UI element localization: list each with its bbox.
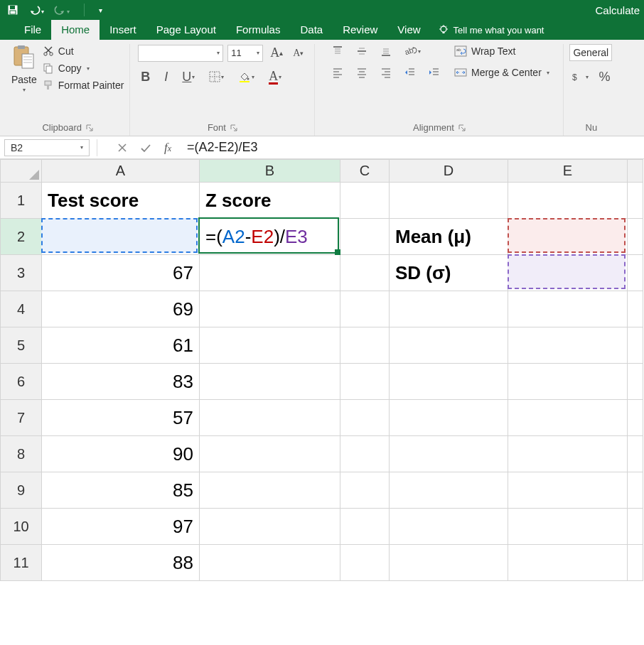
italic-button[interactable]: I (161, 68, 171, 86)
cell-E10[interactable] (508, 509, 628, 545)
cell-E6[interactable] (508, 364, 628, 400)
align-right-icon[interactable] (377, 65, 395, 80)
cell-C9[interactable] (340, 472, 390, 509)
row-header-10[interactable]: 10 (1, 509, 42, 545)
fill-color-button[interactable]: ▾ (235, 69, 257, 85)
cell-extra-7[interactable] (628, 400, 643, 436)
decrease-font-icon[interactable]: A▾ (290, 46, 306, 60)
cell-A2[interactable]: 72 (42, 219, 200, 255)
cell-C10[interactable] (340, 509, 390, 545)
column-header-d[interactable]: D (390, 160, 508, 183)
cell-A5[interactable]: 61 (42, 327, 200, 364)
dialog-launcher-icon[interactable] (230, 124, 237, 131)
tab-formulas[interactable]: Formulas (226, 20, 291, 40)
dialog-launcher-icon[interactable] (458, 124, 466, 131)
row-header-2[interactable]: 2 (1, 219, 42, 255)
column-header-e[interactable]: E (508, 160, 628, 183)
cell-C8[interactable] (340, 436, 390, 472)
cell-extra-3[interactable] (628, 255, 643, 291)
row-header-7[interactable]: 7 (1, 400, 42, 436)
number-format-box[interactable]: General (569, 44, 612, 61)
bold-button[interactable]: B (138, 68, 153, 86)
row-header-4[interactable]: 4 (1, 291, 42, 327)
tell-me-box[interactable]: Tell me what you want (431, 21, 550, 40)
insert-function-icon[interactable]: fx (164, 141, 171, 155)
cell-D4[interactable] (390, 291, 508, 327)
column-header-b[interactable]: B (200, 160, 340, 183)
cell-D3[interactable]: SD (σ) (390, 255, 508, 291)
cell-extra-9[interactable] (628, 472, 643, 509)
copy-button[interactable]: Copy ▾ (43, 61, 124, 75)
formula-bar-input[interactable]: =(A2-E2)/E3 (184, 140, 644, 155)
row-header-5[interactable]: 5 (1, 327, 42, 364)
align-bottom-icon[interactable] (377, 44, 395, 58)
cell-A10[interactable]: 97 (42, 509, 200, 545)
column-header-extra[interactable] (628, 160, 643, 183)
row-header-9[interactable]: 9 (1, 472, 42, 509)
cell-D10[interactable] (390, 509, 508, 545)
tab-home[interactable]: Home (51, 20, 100, 40)
tab-page-layout[interactable]: Page Layout (146, 20, 226, 40)
enter-formula-icon[interactable] (140, 143, 151, 153)
dialog-launcher-icon[interactable] (86, 124, 93, 131)
cell-E3[interactable]: 13.478 (508, 255, 628, 291)
format-painter-button[interactable]: Format Painter (43, 78, 124, 92)
tab-review[interactable]: Review (333, 20, 387, 40)
borders-button[interactable]: ▾ (206, 70, 227, 84)
cell-B10[interactable] (200, 509, 340, 545)
font-name-box[interactable]: ▾ (138, 45, 223, 62)
qat-customize-icon[interactable]: ▾ (99, 6, 102, 14)
save-icon[interactable] (7, 4, 18, 16)
cell-D7[interactable] (390, 400, 508, 436)
cell-C4[interactable] (340, 291, 390, 327)
tab-insert[interactable]: Insert (100, 20, 146, 40)
cell-D1[interactable] (390, 183, 508, 219)
font-color-button[interactable]: A▾ (266, 67, 284, 86)
cut-button[interactable]: Cut (43, 44, 124, 58)
cell-extra-1[interactable] (628, 183, 643, 219)
cell-C1[interactable] (340, 183, 390, 219)
accounting-format-icon[interactable]: $▾ (569, 70, 591, 85)
row-header-8[interactable]: 8 (1, 436, 42, 472)
cell-B8[interactable] (200, 436, 340, 472)
align-middle-icon[interactable] (353, 44, 370, 58)
row-header-1[interactable]: 1 (1, 183, 42, 219)
cell-E8[interactable] (508, 436, 628, 472)
orientation-icon[interactable]: ab▾ (402, 44, 424, 58)
cell-C7[interactable] (340, 400, 390, 436)
align-top-icon[interactable] (329, 44, 346, 58)
spreadsheet-grid[interactable]: ABCDE 1Test scoreZ score272=(A2-E2)/E3Me… (0, 159, 644, 581)
cell-D9[interactable] (390, 472, 508, 509)
row-header-3[interactable]: 3 (1, 255, 42, 291)
cell-B11[interactable] (200, 545, 340, 581)
cell-B4[interactable] (200, 291, 340, 327)
cell-E9[interactable] (508, 472, 628, 509)
cell-A3[interactable]: 67 (42, 255, 200, 291)
cell-B3[interactable] (200, 255, 340, 291)
cell-D11[interactable] (390, 545, 508, 581)
paste-button[interactable]: Paste ▾ (11, 44, 37, 93)
cell-A4[interactable]: 69 (42, 291, 200, 327)
tab-file[interactable]: File (14, 20, 51, 40)
column-header-c[interactable]: C (340, 160, 390, 183)
undo-icon[interactable]: ▾ (28, 4, 44, 16)
cell-A6[interactable]: 83 (42, 364, 200, 400)
cell-E5[interactable] (508, 327, 628, 364)
cancel-formula-icon[interactable] (117, 143, 127, 153)
cell-D6[interactable] (390, 364, 508, 400)
column-header-a[interactable]: A (42, 160, 200, 183)
cell-B9[interactable] (200, 472, 340, 509)
cell-B1[interactable]: Z score (200, 183, 340, 219)
cell-C5[interactable] (340, 327, 390, 364)
wrap-text-button[interactable]: ab Wrap Text (454, 44, 549, 58)
name-box[interactable]: B2 ▾ (4, 139, 90, 156)
cell-extra-8[interactable] (628, 436, 643, 472)
cell-extra-4[interactable] (628, 291, 643, 327)
cell-D2[interactable]: Mean (μ) (390, 219, 508, 255)
align-center-icon[interactable] (353, 65, 370, 80)
font-size-box[interactable]: 11▾ (227, 45, 263, 62)
cell-E11[interactable] (508, 545, 628, 581)
cell-E2[interactable]: 76.9 (508, 219, 628, 255)
cell-C3[interactable] (340, 255, 390, 291)
cell-extra-10[interactable] (628, 509, 643, 545)
